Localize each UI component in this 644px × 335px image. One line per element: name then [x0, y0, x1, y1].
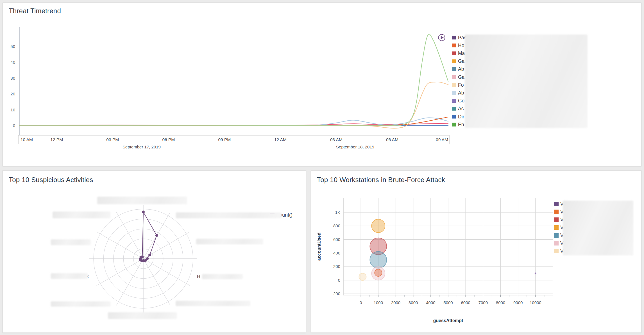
redacted-legend-labels: [563, 201, 633, 255]
redacted-label: [51, 273, 88, 279]
svg-text:8000: 8000: [496, 300, 505, 305]
svg-text:03 AM: 03 AM: [330, 137, 343, 142]
play-button[interactable]: [439, 35, 445, 41]
legend-item[interactable]: Ho: [452, 43, 464, 48]
redacted-label: [176, 212, 282, 218]
svg-text:Go: Go: [458, 98, 464, 104]
redacted-legend-labels: [465, 35, 588, 128]
redacted-label: [51, 239, 91, 245]
legend-item[interactable]: V: [554, 225, 564, 230]
svg-text:200: 200: [333, 264, 340, 269]
svg-text:En: En: [458, 122, 464, 127]
redacted-label: [202, 274, 243, 279]
svg-text:06 AM: 06 AM: [386, 137, 398, 142]
svg-text:accountUsed: accountUsed: [317, 233, 321, 261]
svg-text:50: 50: [10, 44, 15, 49]
svg-text:10: 10: [10, 107, 15, 112]
legend-item[interactable]: V: [554, 201, 564, 207]
svg-text:Ab: Ab: [458, 90, 464, 96]
legend-item[interactable]: Fo: [452, 82, 464, 88]
svg-text:-200: -200: [332, 291, 340, 296]
svg-text:Ma: Ma: [458, 51, 465, 56]
legend-item[interactable]: V: [554, 217, 564, 222]
svg-text:3000: 3000: [409, 300, 418, 305]
redacted-label: [51, 301, 111, 307]
svg-text:5000: 5000: [443, 300, 453, 305]
legend-item[interactable]: V: [554, 248, 564, 254]
svg-text:Ho: Ho: [458, 43, 464, 48]
svg-text:Fo: Fo: [458, 82, 464, 88]
legend-item[interactable]: Go: [452, 98, 464, 104]
svg-text:Ga: Ga: [458, 74, 465, 80]
svg-text:0: 0: [338, 278, 340, 283]
svg-text:September 18, 2019: September 18, 2019: [336, 144, 374, 149]
redacted-label: [196, 239, 263, 244]
svg-text:7000: 7000: [479, 300, 488, 305]
svg-text:12 AM: 12 AM: [274, 137, 287, 142]
svg-text:10000: 10000: [530, 300, 541, 305]
svg-text:4000: 4000: [426, 300, 435, 305]
svg-text:09 PM: 09 PM: [218, 137, 231, 142]
legend-item[interactable]: V: [554, 240, 564, 246]
legend-item[interactable]: Pas: [452, 35, 466, 40]
svg-text:12 PM: 12 PM: [50, 137, 63, 142]
svg-text:6000: 6000: [461, 300, 470, 305]
panel-workstations-bruteforce: Top 10 Workstations in Brute-Force Attac…: [311, 170, 641, 333]
legend-item[interactable]: Ma: [452, 51, 465, 56]
redacted-label: [108, 312, 177, 319]
svg-text:10 AM: 10 AM: [21, 137, 33, 142]
dashboard: Threat Timetrend 0102030405010 AM12 PM03…: [0, 0, 644, 335]
svg-text:guessAttempt: guessAttempt: [433, 318, 463, 323]
legend-item[interactable]: Ac: [452, 106, 464, 111]
legend-item[interactable]: En: [452, 122, 464, 127]
svg-text:09 AM: 09 AM: [436, 137, 448, 142]
redacted-label: [97, 197, 187, 204]
svg-text:1000: 1000: [374, 300, 383, 305]
svg-text:06 PM: 06 PM: [162, 137, 175, 142]
svg-text:Ab: Ab: [458, 66, 464, 72]
svg-text:40: 40: [10, 60, 15, 65]
svg-text:0: 0: [13, 123, 15, 128]
legend-item[interactable]: Dir: [452, 114, 464, 120]
legend-item[interactable]: Ga: [452, 74, 465, 80]
svg-text:September 17, 2019: September 17, 2019: [123, 144, 161, 149]
svg-text:0: 0: [360, 300, 362, 305]
redacted-label: [53, 212, 110, 218]
svg-text:800: 800: [333, 223, 340, 228]
svg-text:2000: 2000: [391, 300, 400, 305]
svg-text:03 PM: 03 PM: [106, 137, 119, 142]
svg-text:600: 600: [333, 237, 340, 242]
svg-text:20: 20: [10, 91, 15, 96]
radar-chart[interactable]: kH: [3, 171, 306, 333]
svg-text:400: 400: [333, 251, 340, 255]
svg-text:30: 30: [10, 76, 15, 81]
svg-text:Dir: Dir: [458, 114, 464, 120]
panel-suspicious-activities: Top 10 Suspicious Activities kH count(): [3, 170, 306, 333]
svg-text:Ac: Ac: [458, 106, 464, 111]
panel-threat-timetrend: Threat Timetrend 0102030405010 AM12 PM03…: [3, 3, 641, 166]
legend-item[interactable]: V: [554, 209, 564, 215]
legend-item[interactable]: Ab: [452, 90, 464, 96]
svg-text:1K: 1K: [335, 210, 340, 215]
redacted-label: [176, 301, 250, 306]
svg-text:Ga: Ga: [458, 58, 465, 64]
svg-text:9000: 9000: [513, 300, 523, 305]
svg-text:H: H: [197, 274, 200, 279]
legend-item[interactable]: Ab: [452, 66, 464, 72]
legend-item[interactable]: Ga: [452, 58, 465, 64]
legend-item[interactable]: V: [554, 233, 564, 238]
